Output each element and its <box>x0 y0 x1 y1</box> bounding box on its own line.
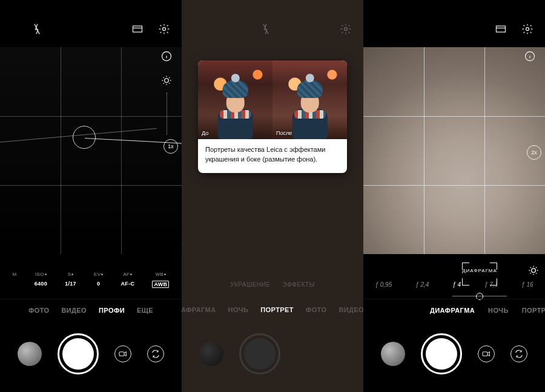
popup-description: Портреты качества Leica с эффектами укра… <box>198 139 347 173</box>
svg-point-2 <box>163 28 166 31</box>
gallery-thumb[interactable] <box>199 342 223 366</box>
brightness-icon[interactable] <box>160 74 173 87</box>
topbar <box>0 15 182 44</box>
popup-after-image: После <box>272 60 347 139</box>
svg-rect-0 <box>133 26 142 32</box>
mode-strip[interactable]: ДИАФРАГМА НОЧЬ ПОРТРЕ <box>363 299 545 321</box>
shutter-button[interactable] <box>421 333 462 374</box>
mode-portrait[interactable]: ПОРТРЕ <box>522 307 545 314</box>
topbar <box>363 15 545 44</box>
camera-aperture-panel: 2x ДИАФРАГМА ƒ 0,95 ƒ 2,4 ƒ 4 ƒ 7,1 ƒ 16… <box>363 0 545 392</box>
shutter-row <box>363 329 545 379</box>
brightness-icon[interactable] <box>527 264 540 277</box>
mode-strip[interactable]: АФРАГМА НОЧЬ ПОРТРЕТ ФОТО ВИДЕО <box>182 299 363 321</box>
mode-video[interactable]: ВИДЕО <box>339 306 364 313</box>
mode-photo[interactable]: ФОТО <box>306 306 327 313</box>
pro-params: M ISO6400 S1/17 EV0 AFAF-C WBAWB <box>0 272 182 288</box>
after-label: После <box>276 130 292 136</box>
camera-pro-panel: 1x M ISO6400 S1/17 EV0 AFAF-C WBAWB ФОТО… <box>0 0 182 392</box>
ev-slider[interactable] <box>167 93 167 135</box>
switch-camera-icon[interactable] <box>510 345 527 362</box>
popup-before-image: До <box>198 60 272 139</box>
viewfinder-aperture[interactable]: 2x <box>363 47 545 254</box>
video-toggle-icon[interactable] <box>114 345 131 362</box>
portrait-subtabs[interactable]: УКРАШЕНИЕ ЭФФЕКТЫ <box>182 281 363 288</box>
viewfinder-pro[interactable]: 1x <box>0 47 182 254</box>
mode-aperture[interactable]: АФРАГМА <box>181 306 216 313</box>
gallery-thumb[interactable] <box>18 342 42 366</box>
camera-portrait-panel: До После Портреты качества Leica с эффек… <box>182 0 363 392</box>
svg-point-6 <box>165 79 169 83</box>
switch-camera-icon[interactable] <box>147 345 164 362</box>
pro-ev[interactable]: EV0 <box>94 272 103 288</box>
mode-pro[interactable]: ПРОФИ <box>99 307 125 314</box>
svg-point-8 <box>345 28 348 31</box>
svg-rect-9 <box>497 26 506 32</box>
shutter-row <box>182 329 363 379</box>
mode-photo[interactable]: ФОТО <box>28 307 50 314</box>
svg-point-15 <box>532 269 536 273</box>
pro-wb[interactable]: WBAWB <box>152 272 169 288</box>
popup-compare: До После <box>198 60 347 139</box>
svg-point-11 <box>526 28 529 31</box>
mode-video[interactable]: ВИДЕО <box>61 307 87 314</box>
aperture-opt[interactable]: ƒ 0,95 <box>375 281 392 288</box>
aperture-opt[interactable]: ƒ 16 <box>521 281 533 288</box>
svg-rect-16 <box>483 352 487 356</box>
aperture-values[interactable]: ƒ 0,95 ƒ 2,4 ƒ 4 ƒ 7,1 ƒ 16 <box>363 281 545 288</box>
aspect-icon[interactable] <box>494 22 507 36</box>
aperture-label: ДИАФРАГМА <box>462 268 497 273</box>
pro-mode[interactable]: M <box>13 272 17 288</box>
aperture-opt[interactable]: ƒ 2,4 <box>415 281 429 288</box>
before-label: До <box>202 130 208 136</box>
mode-night[interactable]: НОЧЬ <box>228 306 249 313</box>
shutter-button[interactable] <box>58 333 99 374</box>
subtab-beauty[interactable]: УКРАШЕНИЕ <box>230 281 270 288</box>
mode-aperture[interactable]: ДИАФРАГМА <box>430 307 475 314</box>
mode-more[interactable]: ЕЩЕ <box>137 307 153 314</box>
aperture-opt[interactable]: ƒ 7,1 <box>484 281 498 288</box>
settings-icon[interactable] <box>157 22 171 36</box>
settings-icon[interactable] <box>521 22 534 36</box>
pro-af[interactable]: AFAF-C <box>121 272 135 288</box>
aspect-icon[interactable] <box>131 22 144 36</box>
info-icon[interactable] <box>523 50 537 63</box>
topbar <box>182 15 363 44</box>
info-icon[interactable] <box>160 50 173 63</box>
subtab-effects[interactable]: ЭФФЕКТЫ <box>282 281 314 288</box>
svg-rect-7 <box>119 352 124 356</box>
aperture-opt-selected[interactable]: ƒ 4 <box>452 281 461 288</box>
pro-shutter[interactable]: S1/17 <box>65 272 76 288</box>
zoom-badge[interactable]: 1x <box>164 139 178 154</box>
gallery-thumb[interactable] <box>381 342 405 366</box>
leica-popup: До После Портреты качества Leica с эффек… <box>198 60 347 173</box>
mode-night[interactable]: НОЧЬ <box>488 307 509 314</box>
aperture-slider[interactable] <box>452 296 507 296</box>
flash-off-icon[interactable] <box>30 22 44 36</box>
zoom-badge[interactable]: 2x <box>527 145 541 160</box>
flash-off-icon[interactable] <box>259 22 272 36</box>
video-toggle-icon[interactable] <box>478 345 495 362</box>
level-indicator <box>73 126 96 149</box>
pro-iso[interactable]: ISO6400 <box>35 272 47 288</box>
shutter-row <box>0 329 182 379</box>
mode-strip[interactable]: ФОТО ВИДЕО ПРОФИ ЕЩЕ <box>0 299 182 321</box>
settings-icon[interactable] <box>339 22 352 36</box>
shutter-button[interactable] <box>239 333 280 374</box>
mode-portrait[interactable]: ПОРТРЕТ <box>260 306 294 313</box>
